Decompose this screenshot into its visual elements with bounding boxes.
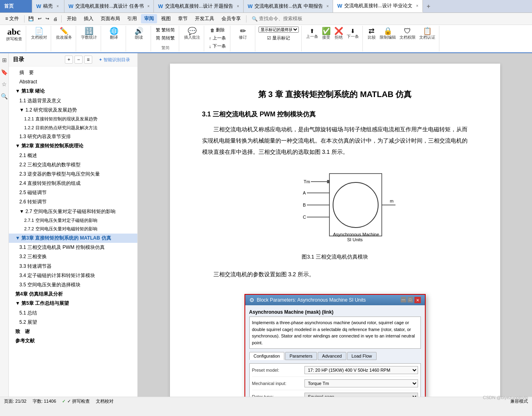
toc-item-4[interactable]: ▼ 1.2 研究现状及发展趋势 xyxy=(9,106,137,115)
nav-search-icon[interactable]: 🔍 xyxy=(0,92,9,101)
dialog-max-btn[interactable]: □ xyxy=(408,297,413,302)
toc-item-1[interactable]: Abstract xyxy=(9,77,137,87)
menu-vip[interactable]: 会员专享 xyxy=(218,14,244,23)
rotortype-select[interactable]: Squirrel-cage xyxy=(304,393,418,397)
dialog-tab-loadflow[interactable]: Load Flow xyxy=(347,352,377,360)
doc-cert-btn[interactable]: 📋 文档认证 xyxy=(418,27,437,41)
tab-doc4-close[interactable]: × xyxy=(416,4,418,8)
menu-devtools[interactable]: 开发工具 xyxy=(192,14,217,23)
nav-bookmark-icon[interactable]: 🔖 xyxy=(0,68,9,77)
menu-file[interactable]: ≡ 文件 xyxy=(2,14,22,23)
correct-btn[interactable]: ✏️ 批改服务 xyxy=(55,27,73,41)
tab-doc2[interactable]: W 交流电机直接转...设计 开题报告 × xyxy=(154,0,243,12)
tab-draft-close[interactable]: × xyxy=(56,4,59,8)
reject-btn[interactable]: ❌ 拒绝 xyxy=(333,27,344,41)
menu-layout[interactable]: 页面布局 xyxy=(97,14,123,23)
toc-item-15[interactable]: ▼ 2.7 空间电压矢量对定子磁链和转矩的影响 xyxy=(9,207,137,216)
translate-btn[interactable]: 🌐 翻译 xyxy=(108,27,120,41)
toc-item-20[interactable]: 3.2 三相变换 xyxy=(9,252,137,261)
search-command[interactable]: 🔍 查找命令、搜索模板 xyxy=(248,14,306,23)
delete-comment-btn[interactable]: 🗑删除 xyxy=(209,27,226,33)
toc-item-13[interactable]: 2.5 磁链调节 xyxy=(9,188,137,197)
toc-item-7[interactable]: 1.3 研究内容及章节安排 xyxy=(9,132,137,141)
prev-change-btn[interactable]: ⬆ 上一条 xyxy=(305,27,319,40)
show-markup-btn[interactable]: ☑ 显示标记 xyxy=(265,35,292,41)
toc-item-10[interactable]: 2.2 三相交流电机的数学模型 xyxy=(9,160,137,170)
toc-item-9[interactable]: 2.1 概述 xyxy=(9,151,137,160)
jian-to-fan-btn[interactable]: 简简转繁 xyxy=(154,35,176,41)
redo-btn[interactable]: ↪ xyxy=(44,15,51,22)
insert-comment-btn[interactable]: 💬 插入批注 xyxy=(183,27,201,41)
toc-item-6[interactable]: 1.2.2 目前的热点研究问题及解决方法 xyxy=(9,124,137,132)
undo-btn[interactable]: ↩ xyxy=(36,15,43,22)
toc-item-28[interactable]: 致 谢 xyxy=(9,327,137,336)
tab-doc4[interactable]: W 交流电机直接转...设计 毕业论文 × xyxy=(333,0,422,12)
doccheck-btn[interactable]: 📄 文档校对 xyxy=(30,27,48,41)
dialog-close-btn[interactable]: ✕ xyxy=(414,297,421,303)
toc-item-8[interactable]: ▼ 第2章 直接转矩控制系统理论 xyxy=(9,141,137,151)
compare-btn[interactable]: ⇄ 比较 xyxy=(366,27,377,41)
prev-comment-btn[interactable]: ↑上一条 xyxy=(207,35,228,41)
toc-item-12[interactable]: 2.4 直接转矩控制系统的组成 xyxy=(9,179,137,188)
print-btn[interactable]: 🖨 xyxy=(52,16,59,22)
next-comment-btn[interactable]: ↓下一条 xyxy=(207,43,228,50)
dialog-min-btn[interactable]: — xyxy=(401,297,406,302)
tab-home[interactable]: 首页 xyxy=(0,0,32,12)
status-spell[interactable]: ✓ ✓ 拼写检查 xyxy=(62,398,90,404)
menu-chapter[interactable]: 章节 xyxy=(175,14,191,23)
toc-item-19[interactable]: 3.1 三相交流电机及 PWM 控制模块仿真 xyxy=(9,243,137,252)
document-area[interactable]: 第 3 章 直接转矩控制系统的 MATLAB 仿真 3.1 三相交流电机及 PW… xyxy=(138,53,532,397)
toc-item-23[interactable]: 3.5 空间电压矢量的选择模块 xyxy=(9,280,137,290)
markup-state-select[interactable]: 显示标记的最终状态 xyxy=(259,27,299,33)
read-btn[interactable]: 🔊 朗读 xyxy=(133,27,145,41)
dialog-tab-advanced[interactable]: Advanced xyxy=(318,352,346,360)
toc-item-29[interactable]: 参考文献 xyxy=(9,336,137,346)
tab-add-button[interactable]: + xyxy=(423,0,434,12)
save-btn[interactable]: 💾 xyxy=(27,15,35,22)
toc-item-21[interactable]: 3.3 转速调节器 xyxy=(9,262,137,271)
toc-item-3[interactable]: 1.1 选题背景及意义 xyxy=(9,96,137,106)
accept-btn[interactable]: ✅ 接受 xyxy=(321,27,332,41)
wordcount-btn[interactable]: 🔢 字数统计 xyxy=(80,27,98,41)
menu-ref[interactable]: 引用 xyxy=(124,14,140,23)
toc-item-27[interactable]: 5.2 展望 xyxy=(9,318,137,327)
spell-check-btn[interactable]: abc 拼写检查 xyxy=(5,27,23,43)
toc-item-22[interactable]: 3.4 定子磁链的计算和转矩计算模块 xyxy=(9,271,137,280)
toc-item-14[interactable]: 2.6 转矩调节 xyxy=(9,197,137,207)
restrict-edit-btn[interactable]: 🔒 限制编辑 xyxy=(379,27,397,41)
preset-select[interactable]: 17: 20 HP (15KW) 400 V 50Hz 1460 RPM xyxy=(304,366,418,374)
nav-home-icon[interactable]: ⊞ xyxy=(1,56,8,64)
next-change-btn[interactable]: ⬇ 下一条 xyxy=(346,27,360,40)
toc-item-0[interactable]: 摘 要 xyxy=(9,68,137,77)
smart-toc-btn[interactable]: ✦ 智能识别目录 xyxy=(95,56,133,64)
toc-item-26[interactable]: 5.1 总结 xyxy=(9,308,137,318)
toc-item-11[interactable]: 2.3 逆变器的数学模型与电压空间矢量 xyxy=(9,170,137,179)
nav-star-icon[interactable]: ☆ xyxy=(0,80,8,89)
toc-collapse-btn[interactable]: − xyxy=(75,56,83,64)
toc-settings-btn[interactable]: ≡ xyxy=(84,56,92,64)
menu-insert[interactable]: 插入 xyxy=(81,14,97,23)
dialog-tab-config[interactable]: Configuration xyxy=(249,352,284,360)
toc-item-17[interactable]: 2.7.2 空间电压矢量对电磁转矩的影响 xyxy=(9,225,137,234)
mechinput-select[interactable]: Torque Tm xyxy=(304,379,418,387)
doc-permission-btn[interactable]: 🛡 文档权限 xyxy=(398,27,417,41)
tab-doc1-close[interactable]: × xyxy=(147,4,150,8)
track-changes-btn[interactable]: ✏ 修订 xyxy=(237,27,248,41)
tab-draft[interactable]: W 稿壳 × xyxy=(32,0,64,12)
tab-doc3[interactable]: W 交流电机直接转...仿真 中期报告 × xyxy=(244,0,333,12)
tab-doc3-close[interactable]: × xyxy=(327,4,329,8)
tab-doc1[interactable]: W 交流电机直接转...真设计 任务书 × xyxy=(64,0,154,12)
tab-doc2-close[interactable]: × xyxy=(237,4,239,8)
toc-item-16[interactable]: 2.7.1 空间电压矢量对定子磁链的影响 xyxy=(9,216,137,225)
menu-view[interactable]: 视图 xyxy=(158,14,174,23)
toc-item-2[interactable]: ▼ 第1章 绪论 xyxy=(9,87,137,96)
fan-to-jian-btn[interactable]: 繁繁转简 xyxy=(154,27,176,33)
menu-start[interactable]: 开始 xyxy=(64,14,80,23)
toc-item-25[interactable]: ▼ 第5章 工作总结与展望 xyxy=(9,299,137,308)
toc-item-5[interactable]: 1.2.1 直接转矩控制的现状及发展趋势 xyxy=(9,115,137,124)
toc-item-24[interactable]: 第4章 仿真结果及分析 xyxy=(9,290,137,299)
toc-expand-btn[interactable]: + xyxy=(65,56,73,64)
dialog-tab-params[interactable]: Parameters xyxy=(285,352,317,360)
toc-item-18[interactable]: ▼ 第3章 直接转矩控制系统的 MATLAB 仿真 xyxy=(9,234,137,243)
menu-review[interactable]: 审阅 xyxy=(141,14,157,23)
